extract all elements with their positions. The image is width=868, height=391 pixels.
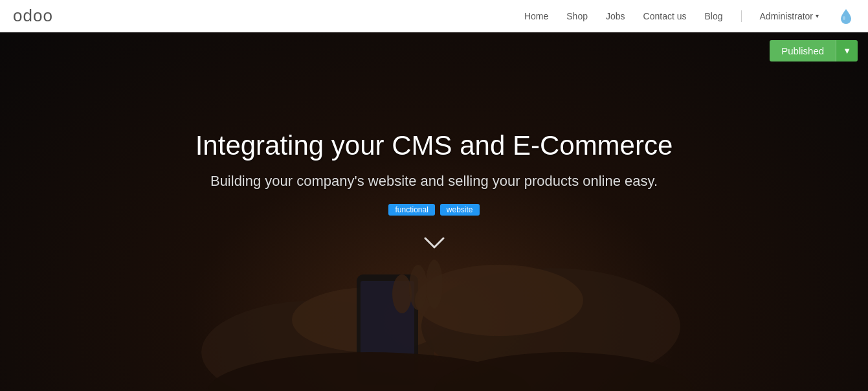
hero-subtitle: Building your company's website and sell… — [195, 173, 673, 190]
nav-shop[interactable]: Shop — [566, 11, 588, 21]
nav-jobs[interactable]: Jobs — [606, 11, 625, 21]
published-button[interactable]: Published — [770, 40, 836, 61]
nav-home[interactable]: Home — [524, 11, 548, 21]
admin-chevron-icon: ▾ — [816, 12, 819, 19]
hero-title: Integrating your CMS and E-Commerce — [195, 130, 673, 161]
main-nav: Home Shop Jobs Contact us Blog Administr… — [524, 7, 855, 25]
svg-point-8 — [409, 265, 427, 310]
header: odoo Home Shop Jobs Contact us Blog Admi… — [0, 0, 868, 32]
logo[interactable]: odoo — [13, 6, 53, 26]
hero-section: Integrating your CMS and E-Commerce Buil… — [0, 32, 868, 391]
nav-blog[interactable]: Blog — [705, 11, 723, 21]
hero-tags: functional website — [195, 204, 673, 216]
published-dropdown-button[interactable]: ▼ — [836, 40, 858, 61]
water-drop-icon — [837, 7, 855, 25]
published-dropdown-icon: ▼ — [843, 46, 851, 56]
hero-tag-website[interactable]: website — [440, 204, 480, 216]
hero-scroll-down[interactable] — [195, 234, 673, 254]
published-bar: Published ▼ — [770, 40, 858, 61]
hero-content: Integrating your CMS and E-Commerce Buil… — [170, 130, 699, 254]
admin-label: Administrator — [760, 11, 813, 21]
admin-menu[interactable]: Administrator ▾ — [760, 11, 819, 21]
logo-text: odoo — [13, 6, 53, 26]
svg-point-7 — [392, 274, 412, 313]
svg-point-0 — [843, 16, 845, 20]
hero-tag-functional[interactable]: functional — [388, 204, 434, 216]
nav-divider — [741, 10, 742, 22]
nav-contact[interactable]: Contact us — [643, 11, 687, 21]
svg-point-9 — [426, 260, 443, 309]
